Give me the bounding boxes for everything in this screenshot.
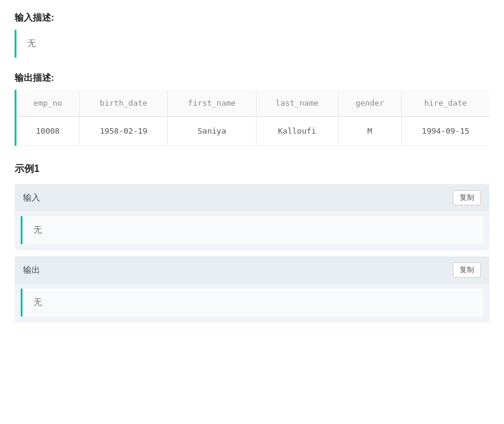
table-cell: 1994-09-15: [401, 117, 489, 146]
table-cell: 1958-02-19: [80, 117, 168, 146]
example-input-header: 输入 复制: [15, 184, 489, 211]
col-first-name: first_name: [168, 90, 256, 117]
table-cell: Saniya: [168, 117, 256, 146]
example-input-value: 无: [21, 216, 483, 244]
example-output-header: 输出 复制: [15, 256, 489, 284]
example-title: 示例1: [15, 163, 489, 176]
table-header-row: emp_no birth_date first_name last_name g…: [16, 90, 489, 117]
example-input-copy-button[interactable]: 复制: [453, 190, 481, 205]
col-emp-no: emp_no: [16, 90, 80, 117]
example-input-box: 输入 复制 无: [15, 184, 489, 250]
table-row: 100081958-02-19SaniyaKalloufiM1994-09-15: [16, 117, 489, 146]
col-hire-date: hire_date: [401, 90, 489, 117]
example-output-label: 输出: [23, 265, 40, 276]
output-table-wrapper: emp_no birth_date first_name last_name g…: [15, 90, 489, 146]
col-last-name: last_name: [256, 90, 338, 117]
output-table: emp_no birth_date first_name last_name g…: [16, 90, 489, 146]
table-cell: Kalloufi: [256, 117, 338, 146]
table-cell: 10008: [16, 117, 80, 146]
output-description-label: 输出描述:: [15, 72, 489, 84]
col-birth-date: birth_date: [80, 90, 168, 117]
example-output-box: 输出 复制 无: [15, 256, 489, 323]
input-description-value: 无: [15, 30, 489, 58]
example-input-label: 输入: [23, 193, 40, 203]
input-description-label: 输入描述:: [15, 12, 489, 24]
example-output-value: 无: [21, 289, 483, 316]
table-cell: M: [338, 117, 401, 146]
example-output-copy-button[interactable]: 复制: [453, 262, 481, 278]
col-gender: gender: [338, 90, 401, 117]
